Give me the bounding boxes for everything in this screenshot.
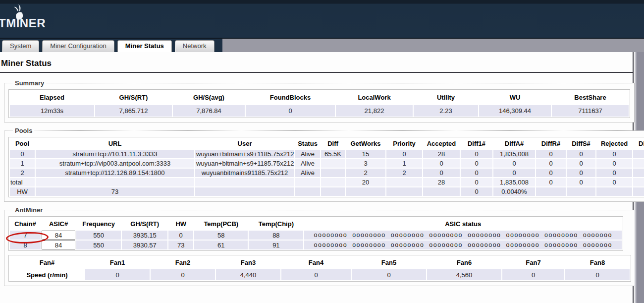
- column-header: BestShare: [552, 91, 629, 104]
- table-cell: [295, 187, 320, 196]
- column-header: Temp(PCB): [194, 218, 248, 230]
- table-cell: 0: [633, 159, 644, 168]
- table-cell: 0: [423, 169, 460, 177]
- summary-legend: Summary: [12, 79, 47, 87]
- table-row: HW7300.0040%: [10, 187, 644, 196]
- column-header: Diff: [321, 138, 345, 149]
- table-cell: 0: [493, 169, 535, 177]
- app-header: TMINER: [0, 0, 644, 39]
- table-cell: [567, 187, 595, 196]
- table-cell: 3935.15: [122, 231, 167, 240]
- column-header: Frequency: [76, 218, 121, 230]
- header-row: ElapsedGH/S(RT)GH/S(avg)FoundBlocksLocal…: [10, 91, 629, 104]
- table-cell: 0: [567, 150, 595, 158]
- table-cell: 28: [423, 150, 460, 158]
- column-header: FoundBlocks: [246, 91, 335, 104]
- table-cell: 0: [281, 269, 351, 280]
- column-header: DiffR#: [536, 138, 566, 149]
- table-cell: 0: [461, 178, 492, 186]
- table-cell: wuyuan+bitmain+s9+1185.75x212: [195, 159, 294, 168]
- table-cell: [295, 178, 320, 186]
- table-row: 1stratum+tcp://vip003.antpool.com:3333wu…: [10, 159, 644, 168]
- column-header: Fan7: [502, 256, 564, 268]
- table-cell: [536, 187, 566, 196]
- table-row: 2stratum+tcp://112.126.89.154:1800wuyuan…: [10, 169, 644, 177]
- header-row: Fan#Fan1Fan2Fan3Fan4Fan5Fan6Fan7Fan8: [10, 256, 630, 268]
- page-content: Miner Status Summary ElapsedGH/S(RT)GH/S…: [0, 52, 634, 303]
- table-cell: 0: [536, 159, 566, 168]
- table-row: Speed (r/min)004,440004,56000: [10, 269, 630, 280]
- column-header: Fan#: [10, 256, 84, 268]
- table-cell: 73: [168, 241, 193, 249]
- antminer-section: AntMiner Chain#ASIC#FrequencyGH/S(RT)HWT…: [4, 206, 636, 286]
- table-cell: 0: [536, 150, 566, 158]
- table-cell: 3: [346, 159, 385, 168]
- table-cell: 0: [168, 231, 193, 240]
- column-header: GH/S(RT): [95, 91, 172, 104]
- table-cell: 0: [596, 159, 632, 168]
- column-header: DiffS#: [567, 138, 595, 149]
- table-cell: 0: [151, 269, 215, 280]
- table-cell: [321, 187, 345, 196]
- table-cell: 550: [76, 241, 121, 249]
- table-cell: Alive: [295, 159, 320, 168]
- table-cell: 0: [596, 150, 632, 158]
- column-header: Fan2: [151, 256, 215, 268]
- table-cell: [321, 169, 345, 177]
- table-cell: 2.23: [414, 105, 478, 117]
- column-header: Chain#: [10, 218, 41, 230]
- table-cell: total: [10, 178, 35, 186]
- table-cell: 7: [10, 231, 41, 240]
- tab-miner-status[interactable]: Miner Status: [117, 40, 172, 52]
- column-header: URL: [36, 138, 194, 149]
- table-cell: HW: [10, 187, 35, 196]
- column-header: Elapsed: [10, 91, 94, 104]
- table-cell: 0: [596, 178, 632, 186]
- table-cell: 0: [565, 269, 630, 280]
- table-cell: 2: [346, 169, 385, 177]
- table-cell: Speed (r/min): [10, 269, 84, 280]
- table-cell: 61: [194, 241, 248, 249]
- column-header: User: [195, 138, 294, 149]
- column-header: Accepted: [423, 138, 460, 149]
- table-cell: stratum+tcp://10.11.11.3:3333: [36, 150, 194, 158]
- table-cell: 0: [536, 169, 566, 177]
- pools-table: PoolURLUserStatusDiffGetWorksPriorityAcc…: [8, 137, 644, 197]
- chain-table: Chain#ASIC#FrequencyGH/S(RT)HWTemp(PCB)T…: [8, 216, 623, 251]
- table-cell: 58: [194, 231, 248, 240]
- table-cell: 2: [386, 169, 422, 177]
- table-cell: 4,560: [427, 269, 501, 280]
- column-header: WU: [479, 91, 551, 104]
- table-cell: 7,865.712: [95, 105, 172, 117]
- table-cell: 7,876.84: [173, 105, 245, 117]
- antminer-legend: AntMiner: [12, 206, 45, 214]
- table-cell: [321, 178, 345, 186]
- table-cell: 1,835,008: [493, 150, 535, 158]
- table-cell: 1,835,008: [493, 178, 535, 186]
- table-cell: 389: [633, 178, 644, 186]
- table-cell: 0: [567, 178, 595, 186]
- table-cell: 550: [76, 231, 121, 240]
- tab-network[interactable]: Network: [175, 40, 215, 52]
- table-cell: [423, 187, 460, 196]
- table-row: 0stratum+tcp://10.11.11.3:3333wuyuan+bit…: [10, 150, 644, 158]
- column-header: Fan1: [85, 256, 150, 268]
- column-header: Fan6: [427, 256, 501, 268]
- column-header: Priority: [386, 138, 422, 149]
- title-divider: [0, 72, 633, 73]
- column-header: Diff1#: [461, 138, 492, 149]
- table-cell: 3930.57: [122, 241, 167, 249]
- tab-bar: System Miner Configuration Miner Status …: [0, 39, 644, 52]
- tab-miner-configuration[interactable]: Miner Configuration: [42, 40, 114, 52]
- table-cell: 21,822: [336, 105, 413, 117]
- table-cell: 0: [567, 159, 595, 168]
- tab-system[interactable]: System: [2, 40, 39, 52]
- column-header: Status: [295, 138, 320, 149]
- pools-legend: Pools: [12, 127, 35, 134]
- table-cell: stratum+tcp://112.126.89.154:1800: [36, 169, 194, 177]
- header-row: Chain#ASIC#FrequencyGH/S(RT)HWTemp(PCB)T…: [10, 218, 622, 230]
- table-row: 7845503935.1505888oooooooo oooooooo oooo…: [10, 231, 622, 240]
- table-cell: 0: [596, 169, 632, 177]
- table-cell: 2: [10, 169, 35, 177]
- table-cell: 7111637: [552, 105, 629, 117]
